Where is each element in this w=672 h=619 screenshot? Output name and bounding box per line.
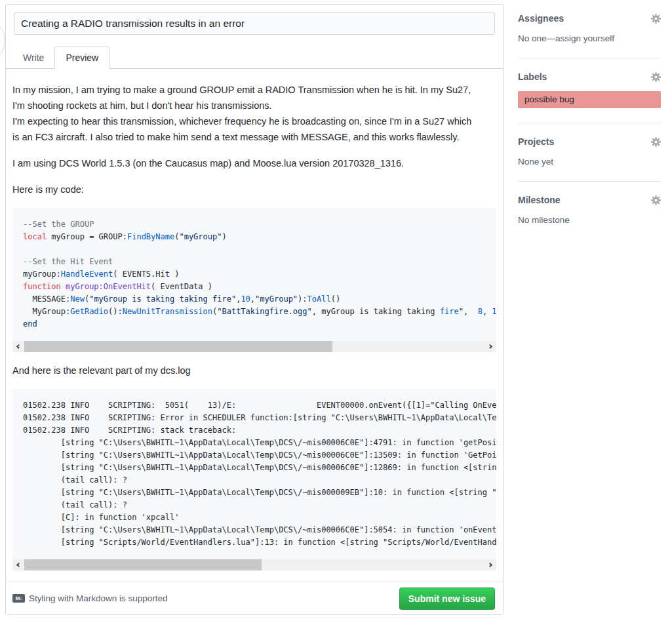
label-possible-bug[interactable]: possible bug xyxy=(518,91,661,108)
log-code-block: 01502.238 INFO SCRIPTING: 5051( 13)/E: E… xyxy=(12,389,496,570)
discussion-sidebar: Assignees No one—assign yourself Labels … xyxy=(518,0,661,239)
gear-icon[interactable] xyxy=(651,72,661,82)
markdown-icon: M↓ xyxy=(12,594,25,603)
issue-form: Write Preview In my mission, I am trying… xyxy=(5,4,504,615)
projects-title: Projects xyxy=(518,136,554,147)
issue-body-paragraph-2: I am using DCS World 1.5.3 (on the Cauca… xyxy=(12,155,496,171)
dcs-log: 01502.238 INFO SCRIPTING: 5051( 13)/E: E… xyxy=(12,389,496,559)
markdown-note-label: Styling with Markdown is supported xyxy=(29,593,168,603)
milestone-value: No milestone xyxy=(518,215,661,225)
chevron-left-icon xyxy=(16,344,21,349)
issue-body-paragraph-4: And here is the relevant part of my dcs.… xyxy=(12,363,496,378)
chevron-right-icon xyxy=(488,344,492,349)
sidebar-section-projects: Projects None yet xyxy=(518,123,661,182)
scroll-right-icon[interactable] xyxy=(485,559,496,570)
milestone-title: Milestone xyxy=(518,195,561,205)
scrollbar-thumb[interactable] xyxy=(24,559,262,570)
chevron-right-icon xyxy=(488,563,492,567)
lua-code: --Set the GROUPlocal myGroup = GROUP:Fin… xyxy=(12,208,496,341)
gear-icon[interactable] xyxy=(651,137,661,147)
assignees-title: Assignees xyxy=(518,13,564,24)
projects-value: None yet xyxy=(518,157,661,167)
gear-icon[interactable] xyxy=(651,195,661,205)
labels-title: Labels xyxy=(518,71,547,82)
chevron-left-icon xyxy=(16,563,21,567)
markdown-supported-note[interactable]: M↓ Styling with Markdown is supported xyxy=(12,593,168,603)
avatar xyxy=(0,17,5,64)
scroll-left-icon[interactable] xyxy=(12,559,24,570)
submit-new-issue-button[interactable]: Submit new issue xyxy=(399,588,495,610)
write-preview-tabs: Write Preview xyxy=(6,45,503,69)
tab-preview[interactable]: Preview xyxy=(54,47,109,69)
issue-title-input[interactable] xyxy=(14,12,495,35)
sidebar-section-labels: Labels possible bug xyxy=(518,58,661,123)
new-issue-page: Write Preview In my mission, I am trying… xyxy=(0,0,672,619)
sidebar-section-assignees: Assignees No one—assign yourself xyxy=(518,0,661,58)
scrollbar-thumb[interactable] xyxy=(24,341,332,352)
issue-form-footer: M↓ Styling with Markdown is supported Su… xyxy=(6,582,503,614)
gear-icon[interactable] xyxy=(651,14,661,24)
sidebar-section-milestone: Milestone No milestone xyxy=(518,182,661,239)
log-horizontal-scrollbar[interactable] xyxy=(12,559,496,570)
scroll-left-icon[interactable] xyxy=(12,341,24,352)
scroll-right-icon[interactable] xyxy=(485,341,496,352)
lua-code-block: --Set the GROUPlocal myGroup = GROUP:Fin… xyxy=(12,208,496,352)
preview-body: In my mission, I am trying to make a gro… xyxy=(6,69,503,570)
tab-write[interactable]: Write xyxy=(12,47,54,68)
code-horizontal-scrollbar[interactable] xyxy=(12,341,496,352)
issue-body-paragraph-1: In my mission, I am trying to make a gro… xyxy=(12,82,496,145)
assignees-value[interactable]: No one—assign yourself xyxy=(518,33,661,43)
title-field-wrap xyxy=(6,5,503,35)
issue-body-paragraph-3: Here is my code: xyxy=(12,182,496,197)
